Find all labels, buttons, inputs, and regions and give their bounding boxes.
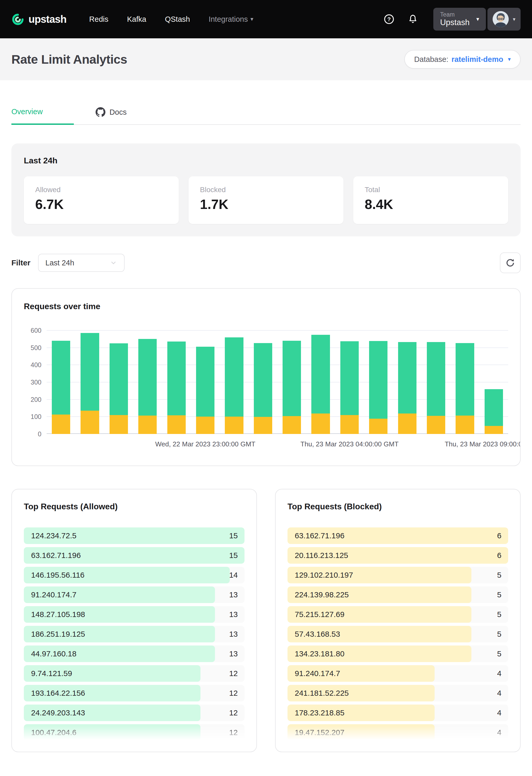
request-count: 13 — [229, 630, 238, 638]
y-tick-100: 100 — [31, 413, 41, 420]
y-tick-400: 400 — [31, 361, 41, 369]
database-label: Database: — [414, 55, 448, 64]
bar-column-7 — [220, 330, 248, 434]
blocked-segment — [196, 417, 214, 434]
ip-address: 9.74.121.59 — [31, 669, 72, 678]
stacked-bar-chart: 0100200300400500600 Wed, 22 Mar 2023 23:… — [24, 330, 508, 449]
allowed-segment — [369, 341, 387, 419]
filter-label: Filter — [11, 258, 30, 267]
refresh-button[interactable] — [500, 252, 521, 273]
help-button[interactable]: ? — [383, 13, 395, 25]
chart-plot-area — [47, 330, 508, 434]
bar-6 — [196, 330, 214, 434]
request-count: 4 — [497, 709, 501, 717]
ip-address: 24.249.203.143 — [31, 709, 85, 717]
bar-column-1 — [47, 330, 75, 434]
blocked-row: 19.47.152.2074 — [288, 724, 508, 741]
bar-column-11 — [335, 330, 364, 434]
bar-15 — [456, 330, 474, 434]
bar-column-2 — [75, 330, 104, 434]
nav-link-integrations[interactable]: Integrations▾ — [208, 15, 253, 24]
team-label: Team — [440, 11, 470, 18]
bar-10 — [311, 330, 330, 434]
bar-column-8 — [249, 330, 278, 434]
page-header: Rate Limit Analytics Database: ratelimit… — [0, 38, 532, 80]
bar-9 — [283, 330, 301, 434]
y-tick-200: 200 — [31, 396, 41, 403]
blocked-row: 75.215.127.695 — [288, 606, 508, 623]
ip-address: 44.97.160.18 — [31, 649, 76, 658]
stat-value: 6.7K — [35, 197, 167, 212]
nav-link-kafka[interactable]: Kafka — [127, 15, 146, 24]
blocked-row: 57.43.168.535 — [288, 626, 508, 642]
blocked-row: 129.102.210.1975 — [288, 567, 508, 583]
allowed-row: 44.97.160.1813 — [24, 645, 244, 662]
bar-4 — [138, 330, 157, 434]
request-count: 13 — [229, 610, 238, 619]
bar-5 — [167, 330, 186, 434]
help-icon: ? — [383, 13, 395, 25]
chevron-down-icon: ▾ — [508, 56, 511, 63]
blocked-segment — [254, 417, 272, 434]
allowed-row: 91.240.174.713 — [24, 586, 244, 603]
blocked-row: 134.23.181.805 — [288, 645, 508, 662]
allowed-row: 148.27.105.19813 — [24, 606, 244, 623]
upstash-logo[interactable]: upstash — [11, 13, 66, 26]
stat-card-allowed: Allowed6.7K — [24, 176, 179, 224]
y-tick-300: 300 — [31, 379, 41, 386]
database-selector[interactable]: Database: ratelimit-demo ▾ — [404, 50, 521, 68]
ip-address: 224.139.98.225 — [295, 590, 349, 599]
request-count: 14 — [229, 571, 238, 579]
bar-1 — [52, 330, 70, 434]
bar-13 — [398, 330, 416, 434]
top-requests-blocked-card: Top Requests (Blocked) 63.162.71.196620.… — [275, 489, 521, 752]
requests-chart-card: Requests over time 0100200300400500600 W… — [11, 288, 521, 466]
blocked-list-title: Top Requests (Blocked) — [288, 502, 508, 511]
request-count: 5 — [497, 610, 501, 619]
stat-label: Total — [365, 186, 497, 194]
allowed-segment — [110, 343, 128, 415]
chevron-down-icon: ▾ — [476, 16, 479, 22]
notifications-button[interactable] — [407, 13, 419, 25]
top-nav: upstash RedisKafkaQStashIntegrations▾ ? — [0, 0, 532, 38]
bar-16 — [485, 330, 503, 434]
summary-title: Last 24h — [24, 156, 508, 166]
request-count: 5 — [497, 630, 501, 638]
allowed-row: 9.74.121.5912 — [24, 665, 244, 682]
allowed-segment — [340, 341, 359, 415]
blocked-segment — [80, 411, 99, 434]
x-tick-label: Thu, 23 Mar 2023 04:00:00 GMT — [301, 440, 399, 448]
chart-y-axis: 0100200300400500600 — [24, 330, 47, 434]
allowed-segment — [138, 339, 157, 415]
nav-link-qstash[interactable]: QStash — [165, 15, 190, 24]
ip-address: 100.47.204.6 — [31, 728, 76, 737]
bar-3 — [110, 330, 128, 434]
chart-title: Requests over time — [24, 302, 508, 311]
team-switcher-button[interactable]: Team Upstash ▾ — [433, 8, 486, 31]
y-tick-600: 600 — [31, 327, 41, 334]
allowed-list: 124.234.72.51563.162.71.19615146.195.56.… — [24, 528, 244, 741]
bar-column-13 — [393, 330, 422, 434]
allowed-segment — [311, 335, 330, 413]
blocked-row: 178.23.218.854 — [288, 705, 508, 721]
tabs: Overview Docs — [11, 107, 521, 125]
tab-overview[interactable]: Overview — [11, 107, 74, 125]
blocked-segment — [52, 414, 70, 434]
allowed-row: 193.164.22.15612 — [24, 685, 244, 702]
time-range-select[interactable]: Last 24h — [38, 254, 125, 272]
bar-column-3 — [105, 330, 133, 434]
stat-label: Allowed — [35, 186, 167, 194]
avatar — [493, 11, 509, 27]
stat-label: Blocked — [200, 186, 332, 194]
blocked-row: 63.162.71.1966 — [288, 528, 508, 544]
team-name: Upstash — [440, 18, 470, 27]
tab-docs[interactable]: Docs — [96, 107, 127, 124]
nav-link-redis[interactable]: Redis — [89, 15, 108, 24]
allowed-segment — [456, 343, 474, 415]
allowed-row: 146.195.56.11614 — [24, 567, 244, 583]
user-menu-button[interactable]: ▾ — [488, 8, 521, 31]
request-count: 5 — [497, 649, 501, 658]
ip-address: 134.23.181.80 — [295, 649, 344, 658]
blocked-list: 63.162.71.196620.116.213.1256129.102.210… — [288, 528, 508, 741]
ip-address: 57.43.168.53 — [295, 630, 340, 638]
